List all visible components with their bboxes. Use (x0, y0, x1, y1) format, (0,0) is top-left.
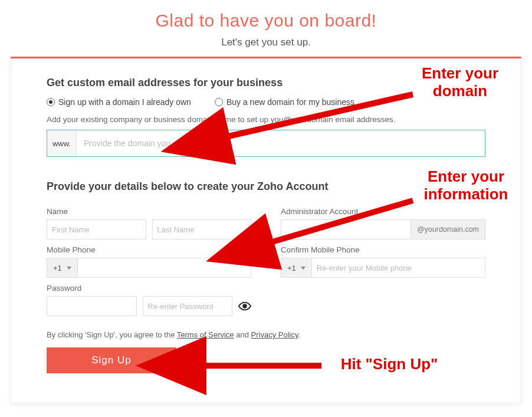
domain-helper-text: Add your existing company or business do… (47, 115, 485, 124)
confirm-phone-code-select[interactable]: +1 (281, 258, 311, 278)
terms-of-service-link[interactable]: Terms of Service (177, 330, 234, 339)
first-name-input[interactable] (47, 219, 146, 239)
confirm-mobile-input[interactable] (311, 258, 485, 278)
radio-icon (47, 98, 55, 106)
admin-account-input[interactable] (281, 219, 411, 239)
signup-card: Get custom email addresses for your busi… (11, 58, 521, 403)
radio-own-domain[interactable]: Sign up with a domain I already own (47, 97, 191, 107)
radio-buy-label: Buy a new domain for my business (226, 97, 354, 107)
password-input[interactable] (47, 296, 137, 316)
terms-suffix: . (298, 330, 300, 339)
mobile-input[interactable] (77, 258, 251, 278)
radio-buy-domain[interactable]: Buy a new domain for my business (215, 97, 354, 107)
radio-icon (215, 98, 223, 106)
eye-icon[interactable] (238, 299, 251, 313)
label-password: Password (47, 284, 251, 293)
confirm-phone-code-value: +1 (287, 264, 296, 272)
last-name-input[interactable] (152, 219, 252, 239)
domain-prefix: www. (47, 130, 77, 156)
phone-code-value: +1 (53, 264, 62, 272)
label-name: Name (47, 207, 251, 216)
terms-prefix: By clicking 'Sign Up', you agree to the (47, 330, 177, 339)
chevron-down-icon (301, 267, 306, 270)
domain-input-group: www. (47, 130, 485, 157)
section-account-heading: Provide your details below to create you… (47, 180, 485, 193)
privacy-policy-link[interactable]: Privacy Policy (251, 330, 298, 339)
phone-code-select[interactable]: +1 (47, 258, 77, 278)
label-mobile: Mobile Phone (47, 245, 251, 254)
confirm-password-input[interactable] (143, 296, 233, 316)
page-title: Glad to have you on board! (0, 11, 532, 31)
chevron-down-icon (67, 267, 71, 270)
page-subtitle: Let's get you set up. (0, 37, 532, 48)
terms-mid: and (234, 330, 251, 339)
label-confirm-mobile: Confirm Mobile Phone (281, 245, 485, 254)
admin-suffix: @yourdomain.com (411, 219, 485, 239)
domain-input[interactable] (77, 130, 485, 156)
section-domain-heading: Get custom email addresses for your busi… (47, 77, 485, 89)
radio-own-label: Sign up with a domain I already own (58, 97, 191, 107)
svg-point-0 (243, 304, 247, 308)
label-admin: Administrator Account (281, 207, 485, 216)
domain-option-row: Sign up with a domain I already own Buy … (47, 97, 485, 107)
terms-text: By clicking 'Sign Up', you agree to the … (47, 330, 485, 339)
signup-button[interactable]: Sign Up (47, 347, 176, 373)
